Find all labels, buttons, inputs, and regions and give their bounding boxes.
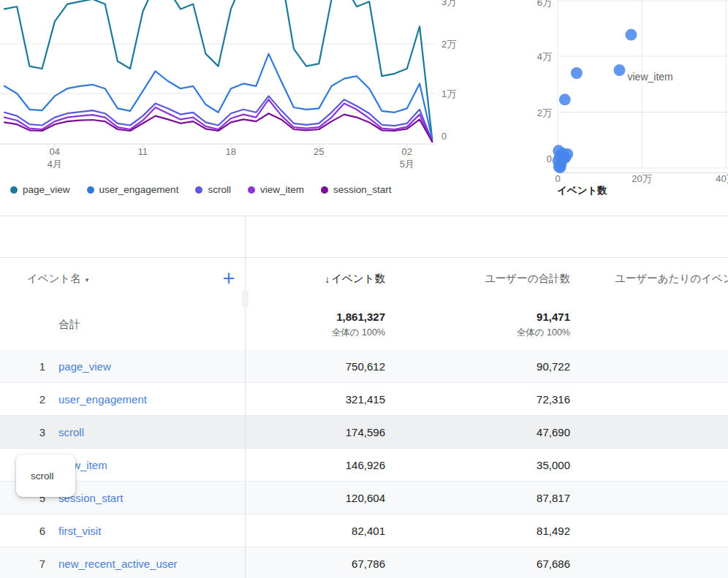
column-header-event-name-label: イベント名: [27, 272, 81, 286]
user-count-value: 72,316: [385, 383, 570, 416]
y-axis-tick-label: 3万: [441, 0, 456, 7]
y-axis-tick-label: 6万: [537, 0, 552, 8]
legend-label: scroll: [208, 184, 231, 195]
table-row: 1page_view750,61290,722: [0, 350, 728, 383]
scatter-point[interactable]: [625, 29, 637, 41]
user-count-value: 47,690: [385, 416, 570, 449]
table-row: 6first_visit82,40181,492: [0, 514, 728, 547]
x-axis-tick-label: 18: [226, 146, 236, 157]
row-rank: 3: [0, 426, 45, 438]
table-row: 5session_start120,60487,817: [0, 482, 728, 514]
table-row: 2user_engagement321,41572,316: [0, 383, 728, 416]
scatter-point[interactable]: [571, 67, 583, 79]
column-header-events-per-user[interactable]: ユーザーあたりのイベント数: [570, 258, 728, 300]
tooltip: scroll: [16, 455, 75, 497]
chart-legend: page_viewuser_engagementscrollview_items…: [10, 184, 391, 195]
legend-label: page_view: [23, 184, 70, 195]
totals-row: 合計 1,861,327 全体の 100% 91,471 全体の 100%: [0, 300, 728, 351]
event-count-value: 67,786: [245, 547, 385, 578]
user-count-value: 90,722: [385, 350, 570, 383]
legend-dot: [195, 186, 202, 194]
row-rank: 6: [0, 525, 45, 537]
y-axis-tick-label: 0: [547, 153, 552, 164]
table-row: 3scroll174,59647,690: [0, 416, 728, 449]
row-rank: 2: [0, 393, 45, 406]
event-count-value: 321,415: [245, 383, 385, 416]
x-axis-month-label: 5月: [400, 159, 414, 170]
column-header-event-count[interactable]: ↓ イベント数: [245, 258, 385, 300]
legend-item-page_view[interactable]: page_view: [10, 184, 70, 195]
table-header: イベント名 ▾ + ↓ イベント数 ユーザーの合計数 ユーザーあたりのイベント数: [0, 258, 728, 300]
totals-label: 合計: [58, 300, 80, 350]
legend-dot: [321, 186, 328, 194]
legend-label: session_start: [333, 184, 392, 195]
user-count-value: 81,492: [385, 514, 570, 547]
event-count-value: 750,612: [245, 350, 385, 383]
column-divider-handle[interactable]: [242, 290, 249, 308]
ga-events-report: 3万2万1万0044月111825025月 6万4万2万0020万40万view…: [0, 0, 728, 578]
y-axis-tick-label: 2万: [441, 39, 456, 50]
sort-descending-icon: ↓: [325, 273, 330, 285]
table-body: 1page_view750,61290,7222user_engagement3…: [0, 350, 728, 578]
chevron-down-icon: ▾: [86, 275, 89, 284]
event-count-value: 174,596: [245, 416, 385, 449]
scatter-point[interactable]: [614, 64, 626, 76]
user-count-value: 87,817: [385, 482, 570, 514]
event-count-value: 146,926: [245, 449, 385, 482]
totals-event-count: 1,861,327 全体の 100%: [245, 300, 385, 350]
events-line-chart: 3万2万1万0044月111825025月: [0, 0, 475, 175]
x-axis-tick-label: 25: [314, 146, 324, 157]
point-label: view_item: [628, 71, 673, 83]
column-header-total-users[interactable]: ユーザーの合計数: [385, 258, 570, 300]
legend-item-view_item[interactable]: view_item: [248, 184, 304, 195]
tooltip-text: scroll: [16, 471, 54, 482]
x-axis-tick-label: 20万: [632, 173, 651, 184]
row-rank: 7: [0, 558, 45, 570]
y-axis-tick-label: 4万: [537, 51, 552, 62]
y-axis-tick-label: 0: [441, 131, 447, 142]
y-axis-tick-label: 1万: [441, 88, 456, 99]
scatter-point[interactable]: [555, 161, 566, 173]
x-axis-month-label: 4月: [48, 159, 62, 170]
event-name-link[interactable]: new_recent_active_user: [58, 558, 178, 570]
event-count-value: 120,604: [245, 482, 385, 514]
column-header-event-name[interactable]: イベント名 ▾: [27, 258, 88, 300]
legend-label: user_engagement: [99, 184, 179, 195]
totals-user-count: 91,471 全体の 100%: [385, 300, 570, 350]
events-scatter-chart: 6万4万2万0020万40万view_itemイベント数: [512, 0, 728, 213]
x-axis-tick-label: 02: [402, 146, 412, 157]
line-series-scroll: [4, 96, 432, 141]
legend-label: view_item: [260, 184, 304, 195]
table-row: 4view_item146,92635,000: [0, 449, 728, 482]
x-axis-tick-label: 0: [555, 173, 560, 184]
x-axis-title: イベント数: [557, 185, 607, 196]
legend-dot: [10, 186, 18, 194]
event-name-link[interactable]: first_visit: [58, 525, 101, 537]
event-count-value: 82,401: [245, 514, 385, 547]
legend-item-user_engagement[interactable]: user_engagement: [87, 184, 179, 195]
scatter-point[interactable]: [559, 94, 571, 105]
user-count-value: 67,686: [385, 547, 570, 578]
legend-dot: [87, 186, 94, 194]
event-name-link[interactable]: page_view: [58, 360, 111, 373]
table-toolbar: 1 ページあたりの行数: 10 ▾: [0, 216, 728, 258]
legend-item-scroll[interactable]: scroll: [195, 184, 231, 195]
x-axis-tick-label: 40万: [716, 173, 728, 184]
legend-item-session_start[interactable]: session_start: [321, 184, 392, 195]
user-count-value: 35,000: [385, 449, 570, 482]
add-column-button[interactable]: +: [216, 266, 241, 291]
event-name-link[interactable]: scroll: [58, 426, 84, 438]
x-axis-tick-label: 11: [138, 146, 148, 157]
column-divider: [245, 216, 246, 578]
row-rank: 1: [0, 360, 45, 373]
table-row: 7new_recent_active_user67,78667,686: [0, 547, 728, 578]
event-name-link[interactable]: user_engagement: [58, 393, 147, 406]
x-axis-tick-label: 04: [50, 146, 60, 157]
y-axis-tick-label: 2万: [537, 107, 552, 118]
scatter-point[interactable]: [559, 152, 571, 164]
column-header-event-count-label: イベント数: [331, 272, 385, 286]
legend-dot: [248, 186, 255, 194]
